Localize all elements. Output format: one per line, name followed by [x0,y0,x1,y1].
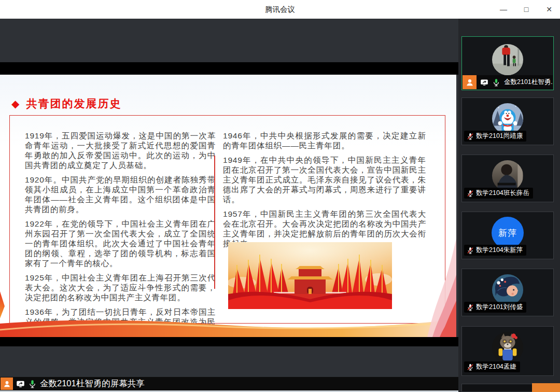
participant-tile[interactable]: 数学2101尚靖康 [461,97,554,145]
participant-tile[interactable]: 金数2101杜智勇... [461,36,554,90]
slide-title: 共青团的发展历史 [26,96,121,111]
screen-share-icon [480,78,488,87]
letterbox-bar [0,337,458,346]
diamond-icon: ◆ [11,99,19,109]
slide-wave-decoration [0,316,456,337]
maximize-icon[interactable]: □ [522,5,531,13]
column-divider [214,156,215,289]
participant-tile[interactable]: 数学2104班长薛岳 [461,155,554,202]
avatar [492,274,524,306]
close-icon[interactable]: ✕ [544,5,554,13]
mic-muted-icon [467,363,474,371]
participant-name: 数学2104孟婕 [476,362,516,371]
participant-name: 金数2101杜智勇... [504,78,553,87]
participant-name-pill: 数学2101尚靖康 [464,131,526,142]
mic-active-icon [28,380,37,388]
slide-title-row: ◆ 共青团的发展历史 [11,96,121,111]
history-paragraph: 1925年，中国社会主义青年团在上海召开第三次代表大会。这次大会，为了适应斗争性… [25,273,216,302]
participant-tile[interactable]: 数学2104孟婕 [461,326,554,376]
tencent-meeting-window: 腾讯会议 — □ ✕ ◆ 共青团的发展历史 1919年，五四爱国运动爆发，这是中… [0,0,560,392]
participant-name: 数学2101刘传盛 [476,303,523,312]
partial-tile-content [532,383,560,392]
history-left-column: 1919年，五四爱国运动爆发，这是中国的第一次革命青年运动，一大批接受了新式近代… [25,131,216,337]
avatar-initials: 新萍 [498,227,517,239]
mic-muted-icon [467,133,474,140]
history-paragraph: 1922年，在党的领导下，中国社会主义青年团在广州东园召开了第一次全国代表大会，… [25,219,216,268]
screen-share-banner: 金数2101杜智勇的屏幕共享 [0,377,458,390]
mic-muted-icon [467,247,474,254]
mic-muted-icon [467,304,474,311]
member-badge-icon [463,75,477,89]
history-paragraph: 1949年，在中共中央的领导下，中国新民主主义青年团在北京召开了第一次全国代表大… [223,155,426,204]
minimize-icon[interactable]: — [499,5,508,13]
participant-status-bar: 金数2101杜智勇... [463,75,553,89]
participant-name: 数学2104班长薛岳 [476,189,529,198]
mic-muted-icon [467,190,474,197]
participant-tile[interactable]: 新萍 数学2104朱新萍 [461,212,554,259]
presentation-slide: ◆ 共青团的发展历史 1919年，五四爱国运动爆发，这是中国的第一次革命青年运动… [0,75,456,337]
participant-name-pill: 数学2104朱新萍 [464,245,526,256]
history-paragraph: 1946年，中共中央根据形式发展的需要，决定建立新的青年团体组织——民主青年团。 [223,131,426,150]
avatar [492,160,524,192]
mic-active-icon [492,78,500,87]
history-paragraph: 1920年。中国共产党的早期组织的创建者陈独秀带领其小组成员，在上海成立中国第一… [25,175,216,214]
tiananmen-flags-image [228,242,392,309]
avatar [492,331,524,363]
history-paragraph: 1919年，五四爱国运动爆发，这是中国的第一次革命青年运动，一大批接受了新式近代… [25,131,216,170]
participant-name: 数学2101尚靖康 [476,132,523,141]
participant-name-pill: 数学2101刘传盛 [464,302,526,313]
window-title: 腾讯会议 [265,5,295,15]
corner-wave-decoration [425,239,456,337]
avatar: 新萍 [492,217,524,249]
participant-tile[interactable]: 数学2101刘传盛 [461,269,554,316]
participant-name-pill: 数学2104孟婕 [464,361,520,372]
screen-share-icon [16,380,25,388]
avatar [492,44,524,76]
window-titlebar[interactable]: 腾讯会议 — □ ✕ [0,0,560,19]
participant-name: 数学2104朱新萍 [476,246,523,255]
letterbox-bar [0,62,458,75]
participant-name-pill: 数学2104班长薛岳 [464,188,533,199]
history-right-column: 1946年，中共中央根据形式发展的需要，决定建立新的青年团体组织——民主青年团。… [223,131,426,253]
avatar [492,103,524,135]
window-controls: — □ ✕ [499,0,554,19]
left-wave-decoration [0,291,5,318]
shared-screen-area: ◆ 共青团的发展历史 1919年，五四爱国运动爆发，这是中国的第一次革命青年运动… [0,19,458,392]
participants-sidebar[interactable]: 金数2101杜智勇... [458,19,560,392]
member-badge-icon [1,377,13,390]
share-banner-text: 金数2101杜智勇的屏幕共享 [40,378,145,389]
